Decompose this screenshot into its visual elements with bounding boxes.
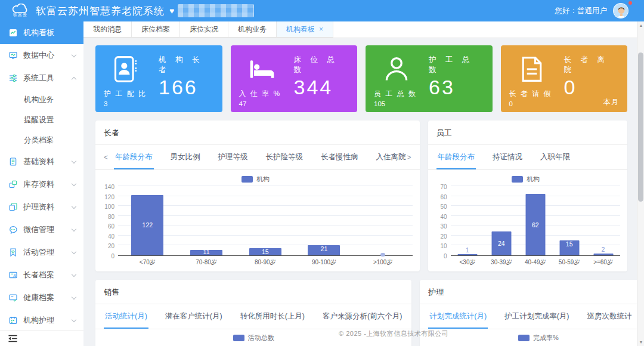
x-axis-category-label: 80-90岁 [236, 256, 295, 267]
x-axis-category-label: <70岁 [118, 256, 177, 267]
tab-elder-chronic-disease[interactable]: 长者慢性病 [320, 145, 360, 169]
panel-title: 员工 [428, 121, 627, 145]
bar-value-label: 15 [566, 240, 573, 248]
sidebar-item-org-business[interactable]: 机构业务 [0, 89, 83, 110]
chart-legend[interactable]: 机构 [99, 172, 413, 186]
chevron-down-icon [72, 249, 76, 254]
bed-icon [247, 55, 276, 84]
tab-staff-certification[interactable]: 持证情况 [491, 145, 524, 169]
sidebar-item-basic-data[interactable]: 基础资料 [0, 150, 83, 173]
tab-nursing-patrol-count[interactable]: 巡房次数统计 [586, 304, 633, 329]
sidebar-item-inventory-data[interactable]: 库存资料 [0, 173, 83, 196]
card-title: 机 构 长 者 [159, 55, 214, 75]
bar-value-label: 62 [532, 221, 539, 228]
legend-swatch [512, 176, 523, 183]
chevron-down-icon [72, 271, 76, 276]
tab-sales-activity-stats[interactable]: 活动统计(月) [104, 304, 148, 329]
panel-title: 销售 [95, 280, 411, 304]
tab-elder-insurance-level[interactable]: 长护险等级 [265, 145, 305, 169]
bar-value-label: 24 [498, 240, 505, 247]
tab-my-messages[interactable]: 我的消息 [83, 21, 132, 38]
tab-elder-gender-ratio[interactable]: 男女比例 [169, 145, 202, 169]
copy-icon [8, 202, 18, 212]
notification-dot [628, 1, 632, 5]
sidebar-item-org-nursing[interactable]: 机构护理 [0, 309, 83, 332]
tab-elder-age-distribution[interactable]: 年龄段分布 [114, 145, 154, 169]
tab-bed-status[interactable]: 床位实况 [180, 21, 228, 38]
chevron-down-icon [72, 226, 76, 231]
chevron-down-icon [72, 203, 76, 208]
tab-bed-archives[interactable]: 床位档案 [132, 21, 180, 38]
app-logo: 软富云 [7, 4, 33, 18]
chart-plot-area: 122111521 [118, 187, 413, 256]
tab-nursing-plan-completion[interactable]: 计划完成统计(月) [428, 304, 488, 329]
user-avatar[interactable] [613, 3, 628, 18]
id-card-icon [8, 270, 18, 280]
tab-elder-care-level[interactable]: 护理等级 [217, 145, 249, 169]
x-axis-category-label: >=60岁 [586, 256, 620, 267]
tab-nursing-caregiver-completion-rate[interactable]: 护工计划完成率(月) [503, 304, 570, 329]
tab-sales-customer-source[interactable]: 客户来源分析(前六个月) [321, 304, 403, 329]
close-tab-icon[interactable]: × [319, 25, 323, 33]
card-period-badge: 本月 [603, 97, 619, 107]
chart-legend[interactable]: 机构 [432, 172, 620, 186]
sidebar-collapse-button[interactable] [0, 330, 83, 346]
line-chart-icon [8, 28, 18, 38]
censored-text-block [178, 4, 254, 17]
tab-staff-age-distribution[interactable]: 年龄段分布 [436, 145, 476, 169]
tab-staff-tenure[interactable]: 入职年限 [539, 145, 571, 169]
x-axis-category-label: 30-39岁 [484, 256, 518, 267]
staff-age-bar-chart: 机构01020304050607012462152<30岁30-39岁40-49… [428, 170, 627, 267]
main-content: 机 构 长 者 166 护 工 配 比 3 [83, 38, 637, 346]
legend-swatch [518, 335, 530, 341]
x-axis-category-label: 50-59岁 [552, 256, 586, 267]
stat-card-beds: 床 位 总 数 344 入 住 率 % 47 [231, 45, 358, 112]
sidebar-item-category-archives[interactable]: 分类档案 [0, 130, 83, 150]
sidebar-item-wechat-management[interactable]: 微信管理 [0, 218, 83, 241]
sidebar-item-nursing-data[interactable]: 护理资料 [0, 196, 83, 218]
bar-tiny-dot [380, 253, 385, 257]
staff-panel: 员工 年龄段分布 持证情况 入职年限 机构0102030405060701246… [428, 121, 627, 271]
card-sub-value: 3 [104, 100, 147, 107]
file-icon [518, 55, 546, 84]
scroll-up-icon[interactable]: ▲ [637, 21, 644, 29]
panel-title: 护理 [420, 280, 637, 304]
card-sub-label: 护 工 配 比 [104, 89, 147, 99]
collapse-menu-icon [8, 334, 18, 343]
tab-org-dashboard[interactable]: 机构看板 × [277, 21, 333, 38]
nursing-chart-legend[interactable]: 完成率% [420, 333, 637, 342]
tab-elder-admission-discharge[interactable]: 入住离院 [375, 145, 407, 169]
legend-label: 机构 [527, 175, 540, 184]
sidebar-item-elder-archives[interactable]: 长者档案 [0, 264, 83, 286]
bar-value-label: 1 [466, 246, 469, 254]
tab-sales-prospect-stats[interactable]: 潜在客户统计(月) [164, 304, 224, 329]
chevron-down-icon [72, 317, 76, 322]
sidebar-item-system-tools[interactable]: 系统工具 [0, 67, 83, 89]
x-axis-category-label: 90-100岁 [295, 256, 354, 267]
avatar-face-icon [614, 4, 628, 18]
sidebar-item-health-archives[interactable]: 健康档案 [0, 286, 83, 309]
bar-value-label: 21 [321, 245, 328, 252]
app-window: 软富云 软富云苏州智慧养老院系统 ♥ 您好：普通用户 机构看板 [0, 0, 644, 346]
x-axis-category-label: 40-49岁 [518, 256, 552, 267]
bar-value-label: 15 [262, 248, 269, 255]
star-bookmark-icon [8, 248, 18, 257]
vertical-scrollbar[interactable]: ▲ ▼ [637, 21, 644, 346]
tabs-scroll-right-icon[interactable]: > [407, 153, 411, 162]
scroll-down-icon[interactable]: ▼ [637, 338, 644, 346]
card-title: 护 工 总 数 [429, 55, 484, 75]
nursing-panel-tabs: 计划完成统计(月) 护工计划完成率(月) 巡房次数统计 [420, 304, 637, 329]
tabs-scroll-left-icon[interactable]: < [104, 153, 108, 162]
tab-org-business[interactable]: 机构业务 [228, 21, 277, 38]
tab-sales-conversion-time[interactable]: 转化所用时长(上月) [239, 304, 306, 329]
heart-icon: ♥ [169, 6, 174, 16]
sidebar-item-dashboard[interactable]: 机构看板 [0, 21, 83, 44]
scrollbar-thumb[interactable] [638, 52, 643, 202]
sales-panel-tabs: 活动统计(月) 潜在客户统计(月) 转化所用时长(上月) 客户来源分析(前六个月… [95, 304, 411, 329]
sliders-icon [8, 73, 18, 83]
sidebar-item-reminder-settings[interactable]: 提醒设置 [0, 110, 83, 130]
stat-card-caregivers: 护 工 总 数 63 员 工 总 数 105 [366, 45, 493, 112]
sidebar-item-activity-management[interactable]: 活动管理 [0, 241, 83, 264]
card-sub-value: 47 [239, 100, 281, 107]
sidebar-item-data-center[interactable]: 数据中心 [0, 44, 83, 67]
